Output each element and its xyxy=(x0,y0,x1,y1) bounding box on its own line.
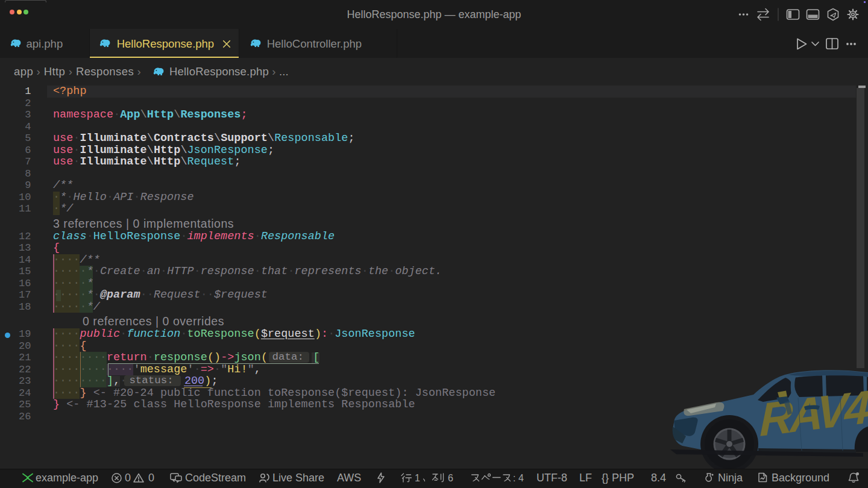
svg-text:1: 1 xyxy=(415,473,420,483)
svg-text:6: 6 xyxy=(448,473,453,483)
svg-text:: 4: : 4 xyxy=(513,473,524,483)
